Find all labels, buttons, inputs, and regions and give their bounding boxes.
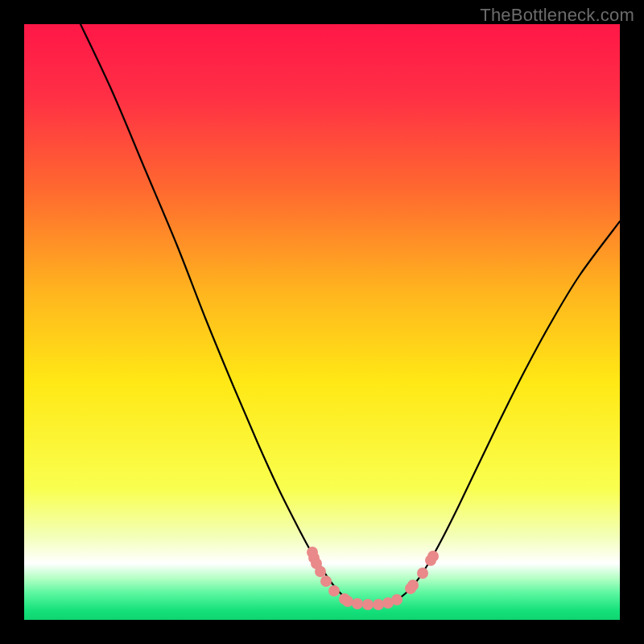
marker-dot — [391, 594, 402, 605]
outer-frame: TheBottleneck.com — [0, 0, 644, 644]
marker-dot — [315, 566, 326, 577]
marker-dot — [417, 568, 428, 579]
marker-dot — [342, 596, 353, 607]
marker-dot — [362, 599, 374, 610]
chart-canvas — [24, 24, 620, 620]
plot-area — [24, 24, 620, 620]
marker-dot — [352, 598, 363, 609]
marker-dot — [373, 599, 384, 610]
watermark-text: TheBottleneck.com — [480, 5, 634, 26]
marker-dot — [407, 580, 419, 591]
marker-dot — [328, 585, 340, 597]
marker-dot — [427, 551, 439, 562]
gradient-background — [24, 24, 620, 620]
marker-dot — [320, 576, 332, 587]
